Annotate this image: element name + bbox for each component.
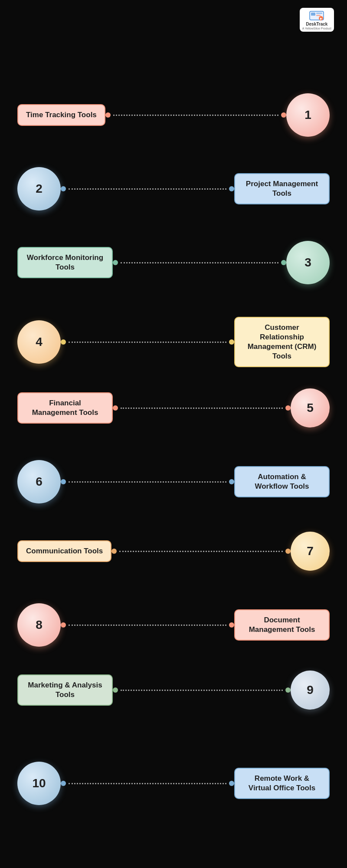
dot-left-5 (113, 405, 118, 411)
connector-9 (121, 690, 283, 691)
dot-right-8 (229, 622, 234, 628)
label-8: Document Management Tools (234, 609, 330, 641)
row-item-6: 6Automation & Workflow Tools (0, 460, 347, 503)
label-5: Financial Management Tools (17, 392, 113, 424)
label-10: Remote Work & Virtual Office Tools (234, 768, 330, 799)
logo-name: DeskTrack (306, 22, 327, 26)
row-item-7: Communication Tools7 (0, 532, 347, 571)
circle-4: 4 (17, 320, 61, 364)
connector-3 (121, 262, 278, 263)
row-item-8: 8Document Management Tools (0, 603, 347, 647)
logo-icon: ▶ (309, 10, 324, 22)
dot-left-9 (113, 687, 118, 693)
row-item-5: Financial Management Tools5 (0, 388, 347, 427)
connector-1 (113, 115, 278, 116)
connector-10 (69, 783, 226, 784)
dot-right-2 (229, 186, 234, 191)
label-1: Time Tracking Tools (17, 104, 105, 126)
dot-left-2 (61, 186, 66, 191)
dot-right-6 (229, 479, 234, 484)
connector-6 (69, 481, 226, 483)
dot-right-1 (281, 112, 286, 118)
circle-6: 6 (17, 460, 61, 503)
row-item-4: 4Customer Relationship Management (CRM) … (0, 317, 347, 367)
row-item-9: Marketing & Analysis Tools9 (0, 671, 347, 710)
circle-8: 8 (17, 603, 61, 647)
circle-9: 9 (291, 671, 330, 710)
circle-7: 7 (291, 532, 330, 571)
dot-left-10 (61, 781, 66, 786)
connector-2 (69, 188, 226, 190)
label-2: Project Management Tools (234, 173, 330, 204)
connector-4 (69, 342, 226, 343)
svg-rect-2 (316, 13, 322, 14)
row-item-2: 2Project Management Tools (0, 167, 347, 210)
row-item-10: 10Remote Work & Virtual Office Tools (0, 762, 347, 805)
svg-rect-3 (316, 15, 321, 16)
label-6: Automation & Workflow Tools (234, 466, 330, 497)
dot-right-4 (229, 339, 234, 345)
dot-left-3 (113, 260, 118, 265)
connector-5 (121, 408, 283, 409)
dot-right-5 (285, 405, 291, 411)
label-7: Communication Tools (17, 540, 111, 562)
dot-right-9 (285, 687, 291, 693)
dot-left-6 (61, 479, 66, 484)
dot-left-8 (61, 622, 66, 628)
connector-7 (119, 551, 283, 552)
row-item-1: Time Tracking Tools1 (0, 93, 347, 137)
logo-sub: A YellowSlice Product (302, 27, 331, 30)
logo-box: ▶ DeskTrack A YellowSlice Product (300, 8, 334, 32)
circle-1: 1 (286, 93, 330, 137)
dot-right-3 (281, 260, 286, 265)
logo-area: ▶ DeskTrack A YellowSlice Product (300, 8, 334, 32)
dot-left-7 (111, 549, 117, 554)
label-4: Customer Relationship Management (CRM) T… (234, 317, 330, 367)
svg-text:▶: ▶ (320, 17, 322, 20)
dot-right-7 (285, 549, 291, 554)
svg-rect-1 (311, 13, 315, 16)
dot-left-1 (105, 112, 111, 118)
connector-8 (69, 625, 226, 626)
row-item-3: Workforce Monitoring Tools3 (0, 241, 347, 284)
circle-3: 3 (286, 241, 330, 284)
label-3: Workforce Monitoring Tools (17, 247, 113, 278)
circle-2: 2 (17, 167, 61, 210)
dot-right-10 (229, 781, 234, 786)
circle-5: 5 (291, 388, 330, 427)
circle-10: 10 (17, 762, 61, 805)
label-9: Marketing & Analysis Tools (17, 674, 113, 706)
dot-left-4 (61, 339, 66, 345)
